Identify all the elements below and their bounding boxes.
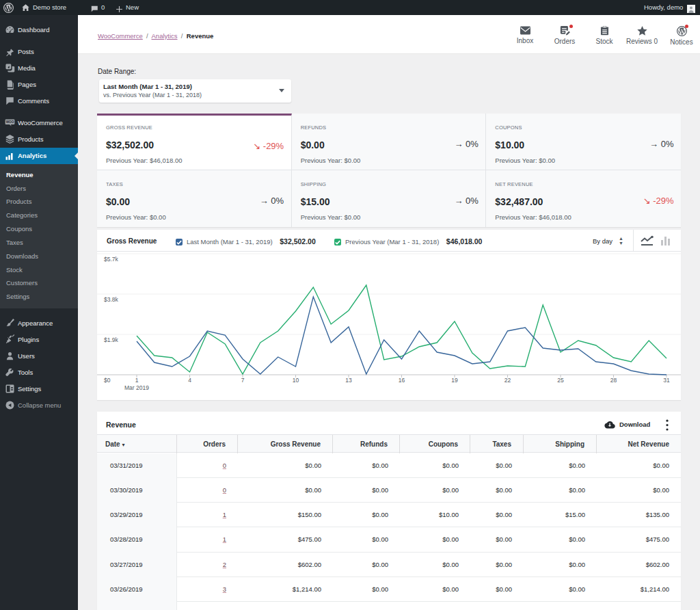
svg-text:$1.9k: $1.9k bbox=[104, 336, 119, 343]
svg-text:16: 16 bbox=[399, 377, 405, 384]
svg-text:13: 13 bbox=[345, 377, 352, 384]
svg-text:4: 4 bbox=[188, 377, 191, 384]
svg-text:28: 28 bbox=[610, 377, 617, 384]
svg-text:$3.8k: $3.8k bbox=[104, 296, 119, 303]
svg-text:1: 1 bbox=[135, 377, 139, 384]
svg-text:10: 10 bbox=[293, 377, 299, 384]
svg-text:$0: $0 bbox=[104, 377, 111, 384]
svg-text:19: 19 bbox=[451, 377, 458, 384]
svg-text:Mar 2019: Mar 2019 bbox=[124, 384, 149, 391]
svg-text:31: 31 bbox=[663, 377, 670, 384]
svg-text:WOO: WOO bbox=[6, 120, 14, 123]
svg-text:25: 25 bbox=[557, 377, 564, 384]
svg-text:22: 22 bbox=[504, 377, 511, 384]
svg-text:$5.7k: $5.7k bbox=[104, 256, 119, 263]
svg-text:7: 7 bbox=[241, 377, 245, 384]
